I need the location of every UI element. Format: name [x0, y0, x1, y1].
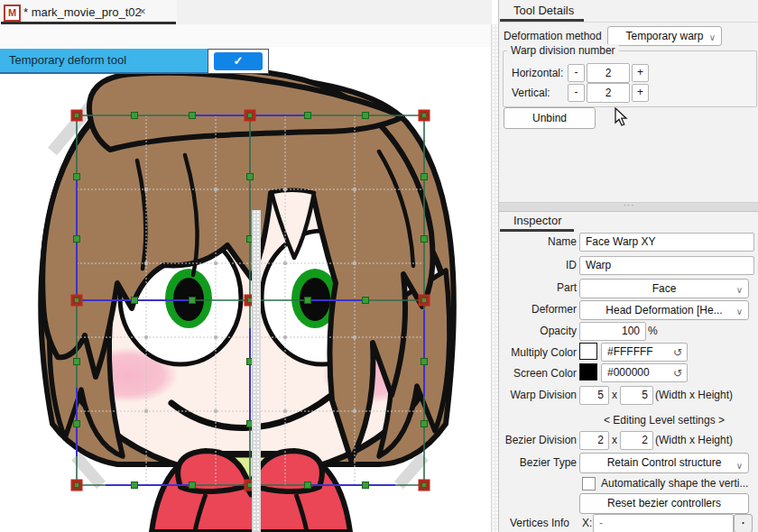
bezier-type-value: Retain Control structure: [607, 456, 722, 469]
vertical-value-field[interactable]: 2: [587, 83, 630, 103]
canvas-scene: [0, 47, 491, 532]
deformation-method-select[interactable]: Temporary warp ∨: [607, 26, 722, 46]
confirm-check-button[interactable]: ✓: [214, 52, 263, 70]
vertical-minus-button[interactable]: -: [568, 84, 585, 102]
app-logo-icon: M: [4, 5, 21, 22]
bezier-division-times: x: [612, 434, 617, 446]
deformer-value: Head Deformation [He...: [605, 304, 722, 316]
unbind-button[interactable]: Unbind: [504, 107, 596, 129]
deformer-label: Deformer: [499, 303, 577, 316]
horizontal-value-field[interactable]: 2: [587, 63, 630, 83]
multiply-color-label: Multiply Color: [499, 346, 577, 359]
tooltip-label: Temporary deform tool: [9, 53, 208, 67]
tab-inspector[interactable]: Inspector: [513, 214, 561, 227]
bezier-type-label: Bezier Type: [499, 456, 577, 469]
horizontal-plus-button[interactable]: +: [632, 64, 649, 82]
warp-division-width-input[interactable]: 5: [579, 386, 609, 405]
tool-details-panel: Tool Details Deformation method Temporar…: [499, 0, 758, 202]
id-input[interactable]: Warp: [579, 256, 754, 275]
name-label: Name: [499, 235, 577, 248]
deformation-method-value: Temporary warp: [625, 30, 703, 42]
chevron-down-icon: ∨: [736, 281, 743, 299]
bezier-division-suffix: (Width x Height): [655, 434, 733, 446]
warp-division-suffix: (Width x Height): [655, 389, 733, 401]
inspector-underline: [500, 229, 574, 232]
inspector-panel: Inspector Name Face Warp XY ID Warp Part…: [499, 210, 758, 532]
vertices-info-label: Vertices Info: [510, 517, 569, 529]
canvas-toolbar: Solo: [0, 24, 492, 47]
confirm-box: ✓: [208, 49, 269, 74]
name-input[interactable]: Face Warp XY: [579, 233, 754, 252]
multiply-hex-value: #FFFFFF: [607, 345, 653, 358]
document-tab[interactable]: M * mark_movie_pro_t02 ×: [0, 0, 177, 24]
warp-division-times: x: [612, 389, 617, 401]
vertical-plus-button[interactable]: +: [632, 84, 649, 102]
part-value: Face: [652, 282, 677, 295]
deformation-method-label: Deformation method: [504, 30, 602, 42]
divider: [499, 22, 758, 23]
reset-multiply-color-icon[interactable]: ↺: [673, 344, 682, 361]
tab-title: * mark_movie_pro_t02: [23, 5, 142, 19]
deformer-select[interactable]: Head Deformation [He... ∨: [579, 300, 749, 320]
mouse-cursor: [614, 107, 628, 127]
screen-color-label: Screen Color: [499, 367, 577, 380]
vertices-x-input[interactable]: -: [593, 514, 734, 532]
id-label: ID: [499, 259, 577, 271]
chevron-down-icon: ∨: [736, 303, 743, 321]
warp-division-height-input[interactable]: 5: [620, 386, 653, 405]
warp-division-group-title: Warp division number: [507, 44, 619, 57]
bezier-division-width-input[interactable]: 2: [579, 431, 609, 450]
reset-screen-color-icon[interactable]: ↺: [673, 365, 682, 381]
warp-division-label: Warp Division: [499, 389, 577, 401]
multiply-color-swatch[interactable]: [579, 343, 597, 360]
reset-bezier-button[interactable]: Reset bezier controllers: [579, 493, 749, 514]
horizontal-label: Horizontal:: [512, 67, 563, 79]
part-label: Part: [499, 281, 577, 294]
editing-level-header: < Editing Level settings >: [579, 414, 749, 427]
app-window: M * mark_movie_pro_t02 ×: [0, 0, 758, 532]
tab-close-icon[interactable]: ×: [135, 5, 150, 19]
tab-bar: M * mark_movie_pro_t02 ×: [0, 0, 492, 25]
inspector-scrollbar[interactable]: [252, 210, 261, 532]
multiply-color-hex-input[interactable]: #FFFFFF ↺: [601, 343, 688, 362]
vertices-axis-label: X:: [582, 517, 592, 529]
screen-color-swatch[interactable]: [579, 363, 597, 381]
chevron-down-icon: ∨: [736, 456, 743, 475]
tab-tool-details[interactable]: Tool Details: [513, 4, 574, 17]
auto-shape-label: Automatically shape the verti...: [601, 477, 748, 490]
screen-hex-value: #000000: [607, 366, 650, 379]
tooltip-text-box: Temporary deform tool: [0, 49, 208, 74]
vertical-label: Vertical:: [512, 87, 550, 99]
bezier-division-label: Bezier Division: [499, 434, 577, 446]
bezier-type-select[interactable]: Retain Control structure ∨: [579, 453, 749, 473]
auto-shape-checkbox[interactable]: [582, 477, 596, 491]
opacity-input[interactable]: 100: [579, 322, 646, 341]
bezier-division-height-input[interactable]: 2: [620, 431, 653, 450]
horizontal-minus-button[interactable]: -: [568, 64, 585, 82]
vertices-detail-button[interactable]: •: [734, 514, 753, 532]
part-select[interactable]: Face ∨: [579, 279, 749, 298]
right-panel: Tool Details Deformation method Temporar…: [498, 0, 758, 532]
document-canvas[interactable]: [0, 47, 491, 532]
chevron-down-icon: ∨: [709, 29, 716, 47]
opacity-label: Opacity: [499, 325, 577, 337]
opacity-unit: %: [648, 325, 658, 337]
screen-color-hex-input[interactable]: #000000 ↺: [601, 363, 688, 382]
